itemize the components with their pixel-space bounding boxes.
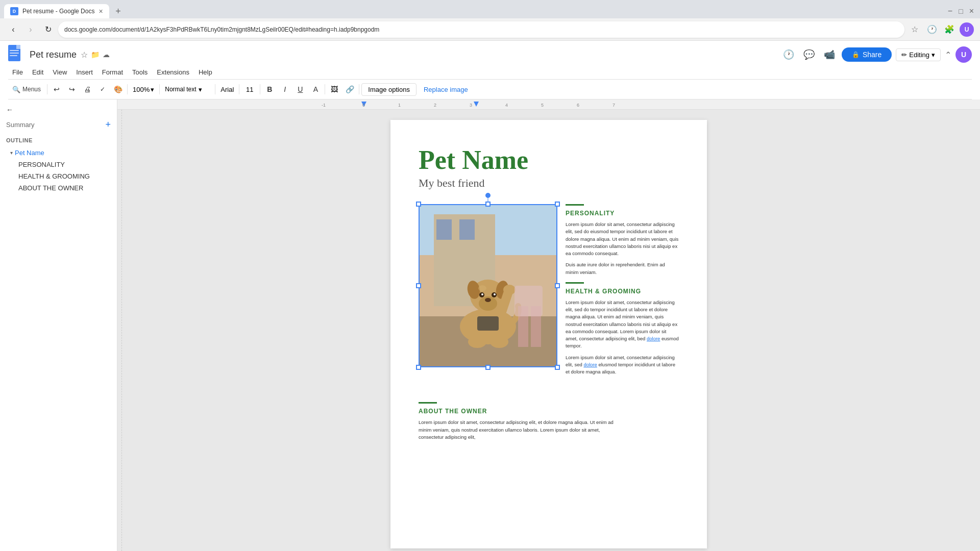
ruler: -1 0 1 2 3 4 5 6 7 (117, 99, 980, 110)
right-panel: -1 0 1 2 3 4 5 6 7 (117, 99, 980, 551)
outline-label: Outline (6, 137, 111, 143)
outline-about-label: ABOUT THE OWNER (18, 184, 83, 192)
personality-title: PERSONALITY (566, 210, 679, 217)
print-button[interactable]: 🖨 (80, 82, 94, 96)
about-divider (419, 402, 437, 404)
restore-button[interactable]: □ (959, 7, 963, 15)
svg-text:1: 1 (398, 103, 401, 108)
health-link2[interactable]: dolore (583, 362, 597, 367)
replace-image-button[interactable]: Replace image (418, 84, 474, 95)
outline-health-label: HEALTH & GROOMING (18, 172, 90, 180)
undo-button[interactable]: ↩ (50, 82, 64, 96)
outline-personality-label: PERSONALITY (18, 161, 65, 168)
forward-nav-button[interactable]: › (23, 22, 38, 37)
handle-bot-left[interactable] (416, 365, 421, 370)
about-text: Lorem ipsum dolor sit amet, consectetur … (419, 419, 623, 441)
search-menus-button[interactable]: 🔍 Menus (8, 84, 45, 95)
user-avatar[interactable]: U (955, 46, 972, 63)
outline-item-personality[interactable]: PERSONALITY (6, 159, 111, 170)
docs-logo (8, 45, 23, 64)
menu-file[interactable]: File (8, 66, 27, 78)
back-nav-button[interactable]: ‹ (6, 22, 20, 37)
scroll-area[interactable]: Pet Name My best friend (117, 110, 980, 551)
font-selector[interactable]: Arial (217, 85, 237, 94)
outline-item-health[interactable]: HEALTH & GROOMING (6, 171, 111, 182)
spellcheck-button[interactable]: ✓ (95, 82, 110, 96)
font-size-input[interactable]: 11 (241, 85, 258, 94)
menu-help[interactable]: Help (194, 66, 216, 78)
docs-toolbar: 🔍 Menus ↩ ↪ 🖨 ✓ 🎨 100% ▾ Normal text ▾ A… (8, 79, 972, 99)
back-arrow-icon: ← (6, 106, 13, 114)
health-link1[interactable]: dolore (647, 336, 660, 341)
handle-top-right[interactable] (555, 202, 560, 207)
menu-edit[interactable]: Edit (28, 66, 47, 78)
menu-tools[interactable]: Tools (128, 66, 152, 78)
svg-text:6: 6 (577, 103, 579, 108)
doc-page: Pet Name My best friend (390, 120, 707, 548)
underline-button[interactable]: U (293, 82, 307, 96)
share-button[interactable]: 🔒 Share (842, 47, 892, 62)
handle-top-left[interactable] (416, 202, 421, 207)
tab-bar: D Pet resume - Google Docs × + − □ × (0, 0, 980, 18)
move-to-folder-icon[interactable]: 📁 (91, 51, 100, 59)
svg-text:-1: -1 (322, 103, 326, 108)
health-text1: Lorem ipsum dolor sit amet, consectetur … (566, 299, 679, 350)
docs-app: Pet resume ☆ 📁 ☁ 🕐 💬 📹 🔒 Share ✏ Editing… (0, 41, 980, 551)
reload-button[interactable]: ↻ (41, 22, 55, 37)
image-options-button[interactable]: Image options (361, 83, 416, 96)
history-icon[interactable]: 🕐 (925, 22, 939, 37)
outline-item-petname[interactable]: ▾ Pet Name (6, 147, 111, 158)
redo-button[interactable]: ↪ (65, 82, 79, 96)
docs-sidebar: ← Summary + Outline ▾ Pet Name PERSONALI… (0, 99, 117, 551)
handle-mid-right[interactable] (555, 283, 560, 288)
italic-button[interactable]: I (278, 82, 292, 96)
comments-button[interactable]: 💬 (801, 46, 817, 63)
menu-extensions[interactable]: Extensions (153, 66, 193, 78)
bold-button[interactable]: B (262, 82, 277, 96)
handle-bot-right[interactable] (555, 365, 560, 370)
profile-avatar[interactable]: U (960, 22, 974, 37)
menu-insert[interactable]: Insert (72, 66, 97, 78)
selected-image[interactable] (419, 204, 557, 367)
zoom-value: 100% (133, 86, 150, 93)
add-summary-button[interactable]: + (105, 120, 111, 129)
svg-rect-0 (117, 99, 980, 110)
text-color-button[interactable]: A (308, 82, 323, 96)
toolbar-sep7 (325, 84, 325, 94)
zoom-chevron-icon: ▾ (151, 86, 154, 93)
meet-button[interactable]: 📹 (821, 46, 838, 63)
active-tab[interactable]: D Pet resume - Google Docs × (4, 4, 109, 18)
menu-format[interactable]: Format (98, 66, 127, 78)
chevron-down-petname-icon: ▾ (10, 150, 13, 156)
doc-title[interactable]: Pet resume (30, 49, 77, 60)
docs-main: ← Summary + Outline ▾ Pet Name PERSONALI… (0, 99, 980, 551)
expand-icon[interactable]: ⌃ (945, 50, 951, 60)
tab-close-icon[interactable]: × (99, 7, 103, 15)
styles-chevron-icon: ▾ (199, 86, 202, 93)
insert-link-button[interactable]: 🔗 (342, 82, 357, 96)
sidebar-back-button[interactable]: ← (6, 106, 111, 114)
history-button[interactable]: 🕐 (780, 46, 797, 63)
styles-dropdown[interactable]: Normal text ▾ (162, 85, 213, 94)
browser-extensions-icon[interactable]: 🧩 (942, 22, 957, 37)
search-icon: 🔍 (12, 86, 20, 93)
star-icon[interactable]: ☆ (81, 50, 88, 60)
zoom-selector[interactable]: 100% ▾ (130, 85, 157, 94)
handle-bot-mid[interactable] (485, 365, 491, 370)
handle-top-mid[interactable] (485, 202, 491, 207)
address-input[interactable] (58, 21, 904, 38)
handle-mid-left[interactable] (416, 283, 421, 288)
insert-image-button[interactable]: 🖼 (327, 82, 341, 96)
outline-item-about[interactable]: ABOUT THE OWNER (6, 183, 111, 193)
new-tab-button[interactable]: + (111, 4, 126, 18)
paint-format-button[interactable]: 🎨 (111, 82, 125, 96)
rotate-connector (488, 196, 488, 202)
personality-text1: Lorem ipsum dolor sit amet, consectetur … (566, 221, 679, 257)
minimize-button[interactable]: − (948, 7, 952, 16)
bookmark-icon[interactable]: ☆ (908, 22, 922, 37)
close-button[interactable]: × (969, 7, 974, 16)
editing-dropdown[interactable]: ✏ Editing ▾ (896, 48, 941, 61)
personality-text2: Duis aute irure dolor in reprehenderit. … (566, 261, 679, 276)
cloud-status-icon[interactable]: ☁ (103, 51, 110, 59)
menu-view[interactable]: View (48, 66, 71, 78)
